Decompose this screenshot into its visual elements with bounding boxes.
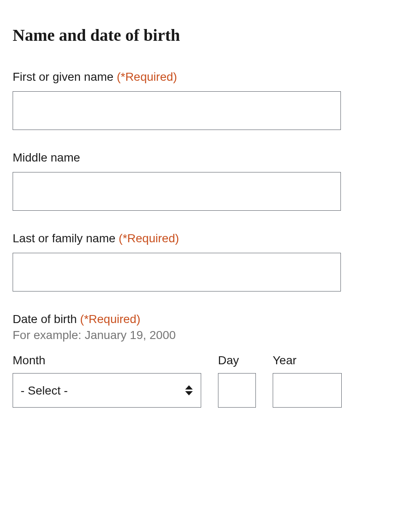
- first-name-input[interactable]: [13, 91, 341, 130]
- dob-month-label: Month: [13, 354, 201, 367]
- dob-day-label: Day: [218, 354, 256, 367]
- dob-hint: For example: January 19, 2000: [13, 329, 407, 342]
- required-marker: (*Required): [117, 70, 177, 83]
- dob-year-col: Year: [273, 354, 342, 408]
- first-name-label: First or given name (*Required): [13, 70, 407, 84]
- last-name-label: Last or family name (*Required): [13, 232, 407, 245]
- dob-date-row: Month - Select - Day Year: [13, 354, 407, 408]
- middle-name-group: Middle name: [13, 151, 407, 211]
- dob-year-label: Year: [273, 354, 342, 367]
- middle-name-input[interactable]: [13, 172, 341, 211]
- dob-year-input[interactable]: [273, 373, 342, 408]
- middle-name-label: Middle name: [13, 151, 407, 164]
- first-name-label-text: First or given name: [13, 70, 117, 83]
- last-name-input[interactable]: [13, 253, 341, 291]
- last-name-group: Last or family name (*Required): [13, 232, 407, 291]
- required-marker: (*Required): [80, 313, 140, 326]
- required-marker: (*Required): [119, 232, 179, 245]
- first-name-group: First or given name (*Required): [13, 70, 407, 130]
- dob-month-col: Month - Select -: [13, 354, 201, 408]
- dob-label: Date of birth (*Required): [13, 313, 407, 326]
- dob-day-col: Day: [218, 354, 256, 408]
- dob-day-input[interactable]: [218, 373, 256, 408]
- dob-group: Date of birth (*Required) For example: J…: [13, 313, 407, 408]
- dob-label-text: Date of birth: [13, 313, 80, 326]
- dob-month-select[interactable]: - Select -: [13, 373, 201, 408]
- last-name-label-text: Last or family name: [13, 232, 119, 245]
- dob-month-select-wrap: - Select -: [13, 373, 201, 408]
- page-title: Name and date of birth: [13, 25, 407, 45]
